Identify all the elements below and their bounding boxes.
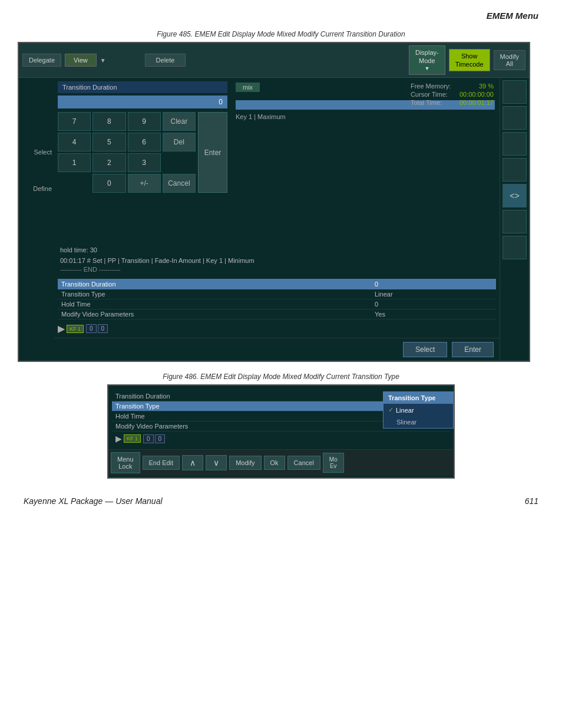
footer-right: 611 (525, 496, 538, 506)
numpad-9[interactable]: 9 (128, 112, 161, 131)
display-mode-button[interactable]: Display- Mode ▼ (409, 45, 445, 75)
select-button[interactable]: Select (403, 342, 447, 357)
numpad-6[interactable]: 6 (128, 133, 161, 151)
table-header-left: Transition Duration (61, 281, 179, 288)
mode-ev-button[interactable]: Mo Ev (323, 453, 344, 473)
cancel-button[interactable]: Cancel (287, 456, 320, 470)
display-mode-dropdown-icon: ▼ (415, 65, 439, 73)
numpad-2[interactable]: 2 (92, 153, 125, 172)
memory-info: Free Memory: 39 % Cursor Time: 00:00:00:… (411, 83, 494, 107)
view-button[interactable]: View (65, 54, 97, 67)
footer-left: Kayenne XL Package — User Manual (24, 496, 163, 506)
page-footer: Kayenne XL Package — User Manual 611 (0, 479, 562, 512)
table-row: Hold Time 0 (58, 299, 496, 309)
table-cell-video: Modify Video Parameters (61, 311, 179, 318)
ok-button[interactable]: Ok (264, 456, 285, 470)
figure1-caption: Figure 485. EMEM Edit Display Mode Mixed… (18, 30, 544, 38)
delete-button[interactable]: Delete (145, 54, 186, 67)
kf-num2: 0 (98, 324, 108, 333)
numpad-3[interactable]: 3 (128, 153, 161, 172)
numpad-input-display: 0 (58, 95, 227, 108)
enter-button[interactable]: Enter (452, 342, 494, 357)
page-title: EMEM Menu (0, 0, 562, 24)
sidebar-btn-3[interactable] (503, 132, 527, 156)
numpad-8[interactable]: 8 (92, 112, 125, 131)
table-cell-type-val: Linear (375, 291, 492, 298)
end-edit-button[interactable]: End Edit (143, 456, 180, 470)
numpad-5[interactable]: 5 (92, 133, 125, 151)
table-cell-hold-val: 0 (375, 301, 492, 308)
numpad-area: Transition Duration 0 7 8 9 Clear 4 (54, 78, 231, 239)
main-area: Select Define Transition Duration 0 (19, 78, 529, 361)
timeline-area: hold time: 30 00:01:17 # Set | PP | Tran… (54, 242, 500, 276)
left-labels: Select Define (19, 78, 54, 361)
table-row: Modify Video Parameters Yes (58, 309, 496, 319)
numpad-plus-minus[interactable]: +/- (128, 174, 161, 193)
table-header: Transition Duration 0 (58, 279, 496, 289)
define-label: Define (19, 185, 54, 192)
bottom-buttons: Select Enter (54, 338, 500, 361)
s2-kf-num1: 0 (143, 434, 154, 443)
delegate-button[interactable]: Delegate (22, 54, 61, 67)
kf-indicator: ▶ KF 1 0 0 (58, 323, 496, 334)
toolbar2: Menu Lock End Edit ∧ ∨ Modify Ok Cancel … (108, 449, 454, 476)
bottom-table: Transition Duration 0 Transition Type Li… (58, 279, 496, 319)
sidebar-btn-1[interactable] (503, 80, 527, 104)
kf-label: KF 1 (67, 325, 84, 333)
sidebar-btn-2[interactable] (503, 106, 527, 130)
menu-lock-button[interactable]: Menu Lock (111, 452, 140, 473)
checkmark-icon: ✓ (388, 406, 394, 414)
up-button[interactable]: ∧ (182, 455, 203, 470)
select-label: Select (19, 149, 54, 156)
numpad-clear[interactable]: Clear (163, 112, 196, 131)
numpad-del[interactable]: Del (163, 133, 196, 151)
s2-kf-label: KF 1 (124, 434, 141, 443)
dropdown-item-linear[interactable]: ✓ Linear (384, 404, 453, 416)
modify-button[interactable]: Modify (229, 456, 261, 470)
numpad-0[interactable]: 0 (92, 174, 125, 193)
transition-type-dropdown: Transition Type ✓ Linear Slinear (383, 391, 454, 429)
cursor-time-label: Cursor Time: (411, 91, 448, 98)
sidebar-btn-5[interactable] (503, 210, 527, 233)
screen2: Transition Duration 0 Transition Type Li… (107, 384, 455, 479)
free-memory-val: 39 % (479, 83, 494, 90)
total-time-label: Total Time: (411, 99, 442, 106)
cursor-time-val: 00:00:00:00 (459, 91, 494, 98)
key1-label: Key 1 | Maximum (236, 113, 495, 120)
table-cell-type: Transition Type (61, 291, 179, 298)
total-time-val: 00:00:01:17 (459, 99, 494, 106)
sidebar-nav-btn[interactable]: <> (503, 184, 527, 207)
show-timecode-button[interactable]: Show Timecode (449, 49, 490, 72)
free-memory-label: Free Memory: (411, 83, 451, 90)
timeline-hold: hold time: 30 (60, 245, 494, 256)
table-row: Transition Type Linear (58, 289, 496, 299)
sidebar-btn-6[interactable] (503, 236, 527, 259)
transition-duration-header: Transition Duration (58, 81, 227, 93)
info-area: mix Free Memory: 39 % Cursor Time: 00:00… (231, 78, 500, 239)
down-button[interactable]: ∨ (206, 455, 227, 470)
table-cell-video-val: Yes (375, 311, 492, 318)
screen1: Delegate View ▼ Delete Display- Mode ▼ S… (18, 42, 530, 362)
s2-kf-num2: 0 (155, 434, 166, 443)
numpad-4[interactable]: 4 (58, 133, 91, 151)
table-header-right: 0 (375, 281, 492, 288)
numpad-enter[interactable]: Enter (198, 112, 227, 193)
toolbar1: Delegate View ▼ Delete Display- Mode ▼ S… (19, 43, 529, 78)
s2-kf-indicator: ▶ KF 1 0 0 (115, 434, 447, 443)
dropdown-header: Transition Type (384, 392, 453, 404)
modify-all-button[interactable]: Modify All (494, 50, 525, 70)
right-sidebar: <> (500, 78, 529, 361)
view-dropdown-icon: ▼ (100, 57, 106, 64)
numpad-1[interactable]: 1 (58, 153, 91, 172)
table-cell-hold: Hold Time (61, 301, 179, 308)
numpad-cancel[interactable]: Cancel (163, 174, 196, 193)
timeline-line: 00:01:17 # Set | PP | Transition | Fade-… (60, 256, 494, 266)
timeline-end: ---------- END ---------- (60, 266, 494, 273)
sidebar-btn-4[interactable] (503, 158, 527, 182)
figure2-caption: Figure 486. EMEM Edit Display Mode Mixed… (18, 373, 544, 381)
dropdown-item-slinear[interactable]: Slinear (384, 416, 453, 428)
kf-num1: 0 (86, 324, 97, 333)
mix-badge: mix (236, 83, 260, 92)
numpad-7[interactable]: 7 (58, 112, 91, 131)
